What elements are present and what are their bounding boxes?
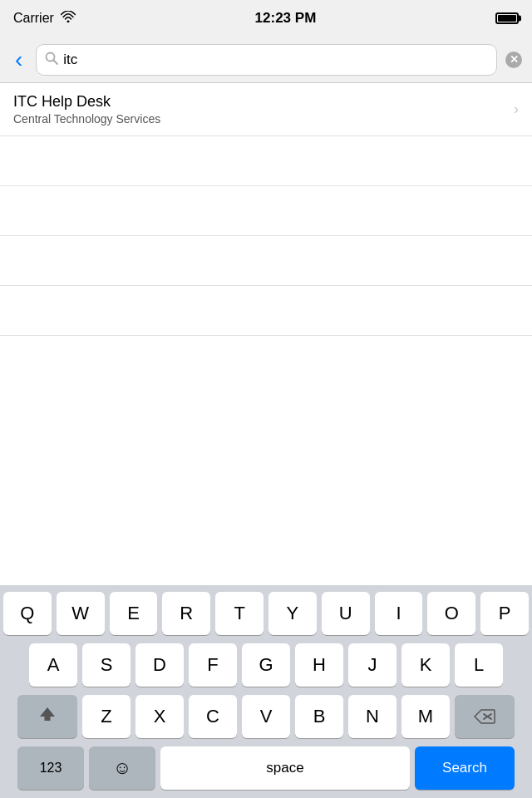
nav-bar: ‹ ✕: [0, 37, 532, 83]
key-o[interactable]: O: [427, 592, 475, 635]
key-t[interactable]: T: [215, 592, 264, 635]
empty-row-1: [0, 136, 532, 186]
key-z[interactable]: Z: [82, 695, 131, 738]
results-area: ITC Help Desk Central Technology Service…: [0, 83, 532, 336]
key-y[interactable]: Y: [268, 592, 317, 635]
status-bar: Carrier 12:23 PM: [0, 0, 532, 37]
keyboard-row-2: A S D F G H J K L: [3, 643, 529, 687]
key-b[interactable]: B: [295, 695, 343, 738]
key-d[interactable]: D: [135, 643, 184, 687]
chevron-right-icon: ›: [514, 101, 519, 118]
key-e[interactable]: E: [110, 592, 158, 635]
result-title: ITC Help Desk: [13, 93, 514, 111]
key-c[interactable]: C: [189, 695, 237, 738]
key-space[interactable]: space: [160, 746, 410, 790]
result-subtitle: Central Technology Services: [13, 112, 514, 126]
svg-line-1: [54, 60, 58, 64]
keyboard-row-4: 123 ☺ space Search: [3, 746, 529, 790]
key-r[interactable]: R: [162, 592, 210, 635]
key-h[interactable]: H: [295, 643, 343, 687]
result-item[interactable]: ITC Help Desk Central Technology Service…: [0, 83, 532, 136]
keyboard: Q W E R T Y U I O P A S D F G H J K L Z …: [0, 585, 532, 798]
shift-icon: [38, 705, 57, 728]
status-time: 12:23 PM: [255, 10, 317, 27]
key-j[interactable]: J: [348, 643, 397, 687]
key-s[interactable]: S: [82, 643, 131, 687]
key-v[interactable]: V: [242, 695, 290, 738]
key-l[interactable]: L: [455, 643, 503, 687]
key-n[interactable]: N: [348, 695, 397, 738]
key-emoji[interactable]: ☺: [89, 746, 155, 790]
key-f[interactable]: F: [189, 643, 237, 687]
key-123[interactable]: 123: [17, 746, 84, 790]
key-p[interactable]: P: [480, 592, 529, 635]
backspace-key[interactable]: [455, 695, 515, 738]
result-text: ITC Help Desk Central Technology Service…: [13, 93, 514, 126]
key-x[interactable]: X: [135, 695, 184, 738]
key-g[interactable]: G: [242, 643, 290, 687]
status-right: [495, 12, 519, 24]
battery-icon: [495, 12, 519, 24]
search-key[interactable]: Search: [415, 746, 515, 790]
key-k[interactable]: K: [401, 643, 450, 687]
clear-button[interactable]: ✕: [505, 52, 522, 68]
status-left: Carrier: [13, 11, 76, 26]
backspace-icon: [474, 708, 495, 725]
search-icon: [45, 52, 58, 68]
key-i[interactable]: I: [375, 592, 423, 635]
shift-key[interactable]: [17, 695, 77, 738]
search-input[interactable]: [63, 52, 488, 68]
search-container: [36, 44, 497, 76]
key-m[interactable]: M: [401, 695, 450, 738]
carrier-label: Carrier: [13, 11, 54, 26]
key-w[interactable]: W: [57, 592, 105, 635]
keyboard-row-1: Q W E R T Y U I O P: [3, 592, 529, 635]
key-q[interactable]: Q: [3, 592, 52, 635]
key-u[interactable]: U: [322, 592, 370, 635]
empty-row-2: [0, 186, 532, 236]
wifi-icon: [61, 11, 76, 26]
empty-row-3: [0, 236, 532, 286]
svg-marker-2: [40, 707, 55, 721]
keyboard-row-3: Z X C V B N M: [3, 695, 529, 738]
back-button[interactable]: ‹: [10, 45, 27, 75]
empty-row-4: [0, 286, 532, 336]
key-a[interactable]: A: [29, 643, 77, 687]
